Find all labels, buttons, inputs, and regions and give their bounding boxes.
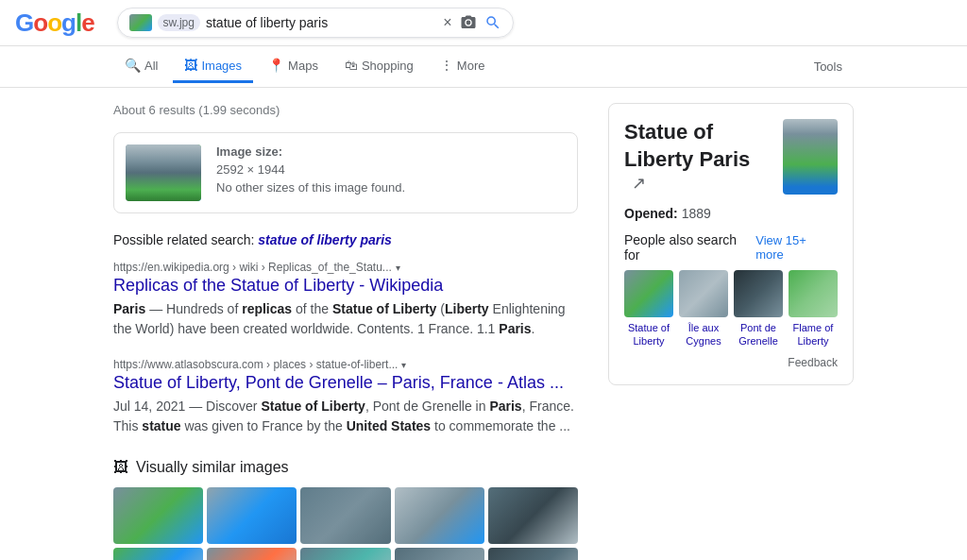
sidebar: Statue of Liberty Paris ↗ Opened: 1889 P… (608, 103, 854, 560)
results-count: About 6 results (1.99 seconds) (113, 103, 578, 117)
result-url-1: https://en.wikipedia.org › wiki › Replic… (113, 261, 578, 274)
related-card-3[interactable]: Flame of Liberty (789, 270, 838, 348)
clear-button[interactable]: × (443, 14, 451, 31)
search-bar: sw.jpg × (117, 8, 514, 38)
dropdown-icon-2[interactable]: ▾ (401, 360, 406, 370)
related-card-img-1 (679, 270, 728, 317)
all-icon: 🔍 (125, 58, 141, 73)
google-logo: Google (15, 8, 94, 38)
related-card-label-3: Flame of Liberty (789, 321, 838, 348)
search-result-2: https://www.atlasobscura.com › places › … (113, 358, 578, 436)
related-cards: Statue of Liberty Île aux Cygnes Pont de… (624, 270, 838, 348)
feedback-link[interactable]: Feedback (624, 356, 838, 369)
result-snippet-2: Jul 14, 2021 — Discover Statue of Libert… (113, 397, 578, 436)
related-card-img-2 (734, 270, 783, 317)
tools-button[interactable]: Tools (803, 52, 854, 81)
people-also-search: People also search for View 15+ more (624, 232, 838, 263)
similar-img-3[interactable] (300, 487, 390, 544)
similar-header: 🖼 Visually similar images (113, 459, 578, 476)
similar-grid (113, 487, 578, 560)
result-snippet-1: Paris — Hundreds of replicas of the Stat… (113, 299, 578, 339)
sidebar-top: Statue of Liberty Paris ↗ (624, 119, 838, 195)
nav-images[interactable]: 🖼 Images (173, 50, 253, 83)
search-results: About 6 results (1.99 seconds) Image siz… (113, 103, 578, 560)
search-submit-button[interactable] (484, 14, 501, 31)
similar-img-1[interactable] (113, 487, 203, 544)
view-more-link[interactable]: View 15+ more (755, 233, 838, 262)
related-card-0[interactable]: Statue of Liberty (624, 270, 673, 348)
related-card-1[interactable]: Île aux Cygnes (679, 270, 728, 348)
result-title-2[interactable]: Statue of Liberty, Pont de Grenelle – Pa… (113, 373, 578, 393)
nav-shopping[interactable]: 🛍 Shopping (333, 50, 425, 83)
maps-icon: 📍 (268, 58, 284, 73)
main-content: About 6 results (1.99 seconds) Image siz… (0, 88, 967, 560)
similar-img-6[interactable] (113, 548, 203, 560)
result-url-2: https://www.atlasobscura.com › places › … (113, 358, 578, 371)
similar-img-9[interactable] (395, 548, 484, 560)
related-card-img-0 (624, 270, 673, 317)
sidebar-title: Statue of Liberty Paris (624, 119, 783, 173)
share-button[interactable]: ↗ (632, 173, 646, 194)
sidebar-opened: Opened: 1889 (624, 206, 838, 221)
nav-more[interactable]: ⋮ More (429, 50, 497, 83)
chip-label: sw.jpg (158, 14, 200, 31)
uploaded-image (126, 144, 201, 201)
similar-icon: 🖼 (113, 459, 128, 476)
camera-button[interactable] (460, 14, 477, 31)
related-card-img-3 (789, 270, 838, 317)
related-card-2[interactable]: Pont de Grenelle (734, 270, 783, 348)
shopping-icon: 🛍 (345, 58, 358, 73)
similar-img-8[interactable] (300, 548, 390, 560)
related-search-link[interactable]: statue of liberty paris (258, 232, 392, 247)
similar-img-5[interactable] (488, 487, 578, 544)
nav-maps[interactable]: 📍 Maps (257, 50, 330, 83)
search-input[interactable] (206, 15, 435, 30)
related-card-label-0: Statue of Liberty (624, 321, 673, 348)
sidebar-card: Statue of Liberty Paris ↗ Opened: 1889 P… (608, 103, 854, 385)
nav-all[interactable]: 🔍 All (113, 50, 169, 83)
images-icon: 🖼 (184, 58, 197, 73)
dropdown-icon-1[interactable]: ▾ (396, 263, 400, 273)
search-result-1: https://en.wikipedia.org › wiki › Replic… (113, 261, 578, 339)
related-card-label-2: Pont de Grenelle (734, 321, 783, 348)
similar-img-7[interactable] (207, 548, 297, 560)
image-result-card: Image size: 2592 × 1944 No other sizes o… (113, 132, 578, 213)
similar-img-10[interactable] (488, 548, 578, 560)
result-title-1[interactable]: Replicas of the Statue of Liberty - Wiki… (113, 276, 578, 296)
similar-img-2[interactable] (207, 487, 297, 544)
possible-related: Possible related search: statue of liber… (113, 232, 578, 247)
similar-img-4[interactable] (395, 487, 484, 544)
image-chip[interactable] (129, 14, 152, 31)
header: Google sw.jpg × (0, 0, 967, 46)
related-card-label-1: Île aux Cygnes (679, 321, 728, 348)
image-info: Image size: 2592 × 1944 No other sizes o… (216, 144, 405, 201)
similar-section: 🖼 Visually similar images (113, 459, 578, 560)
more-icon: ⋮ (440, 58, 453, 73)
sidebar-image (783, 119, 838, 195)
nav: 🔍 All 🖼 Images 📍 Maps 🛍 Shopping ⋮ More … (0, 46, 967, 88)
